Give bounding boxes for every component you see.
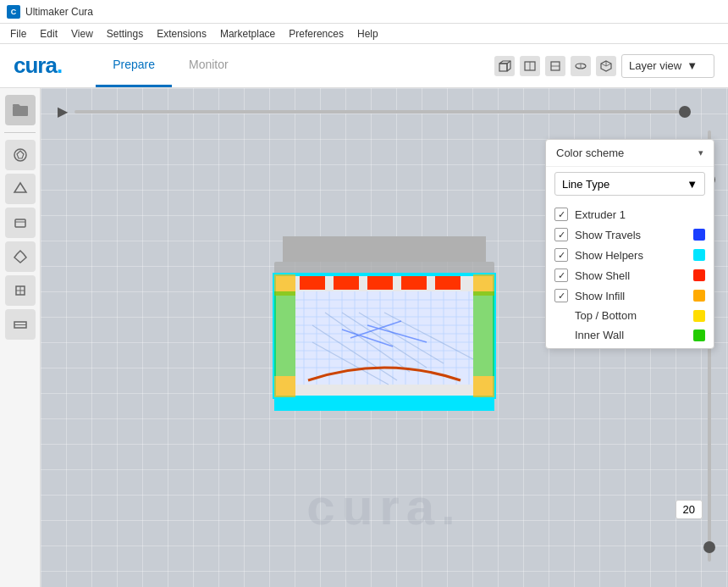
header-right: Layer view ▼ [494, 54, 714, 78]
sidebar-btn-shape6[interactable] [5, 309, 36, 340]
svg-rect-0 [499, 64, 507, 71]
view-icon-cube[interactable] [494, 56, 515, 76]
svg-marker-19 [14, 251, 26, 263]
svg-rect-14 [13, 106, 28, 116]
checkbox-helpers[interactable] [554, 248, 568, 262]
menu-item-help[interactable]: Help [350, 26, 385, 42]
layer-number-box: 20 [676, 500, 703, 519]
color-innerwall [693, 329, 705, 341]
checkbox-shell[interactable] [554, 269, 568, 282]
menu-item-preferences[interactable]: Preferences [282, 26, 350, 42]
sidebar-btn-shape3[interactable] [5, 208, 36, 238]
logo: cura. [14, 53, 62, 79]
dropdown-item-travels[interactable]: Show Travels [546, 224, 714, 245]
svg-rect-26 [283, 236, 486, 262]
horizontal-slider-thumb[interactable] [679, 106, 691, 118]
svg-rect-63 [435, 274, 461, 290]
svg-rect-70 [473, 291, 494, 376]
dropdown-items: Extruder 1 Show Travels Show Helpers [546, 201, 714, 348]
tabs: Prepare Monitor [96, 44, 245, 87]
sidebar-btn-folder[interactable] [5, 95, 36, 125]
view-icon-iso[interactable] [596, 56, 616, 76]
3d-model [257, 211, 511, 431]
sidebar-sep1 [4, 132, 36, 133]
view-icon-top[interactable] [571, 56, 591, 76]
color-infill [693, 290, 705, 302]
sidebar [0, 88, 41, 587]
viewport: cura. [41, 88, 728, 587]
sidebar-btn-shape1[interactable] [5, 140, 36, 170]
menubar: FileEditViewSettingsExtensionsMarketplac… [0, 24, 728, 44]
view-select[interactable]: Layer view ▼ [621, 54, 714, 78]
color-helpers [693, 249, 705, 261]
color-scheme-arrow[interactable]: ▾ [698, 147, 703, 158]
svg-rect-17 [15, 219, 25, 227]
checkbox-travels[interactable] [554, 228, 568, 241]
horizontal-slider-track[interactable] [74, 110, 691, 114]
sidebar-btn-shape5[interactable] [5, 275, 36, 306]
dropdown-item-topbottom: Top / Bottom [546, 306, 714, 325]
svg-rect-61 [367, 274, 393, 290]
svg-rect-60 [334, 274, 359, 290]
app-title: Ultimaker Cura [25, 6, 93, 18]
tab-prepare[interactable]: Prepare [96, 44, 172, 87]
svg-rect-69 [274, 291, 295, 376]
header: cura. Prepare Monitor Layer view ▼ [0, 44, 728, 88]
svg-rect-67 [274, 376, 295, 397]
sidebar-btn-shape2[interactable] [5, 174, 36, 204]
play-button[interactable]: ▶ [58, 103, 68, 119]
color-scheme-panel: Color scheme ▾ Line Type ▼ Extruder 1 Sh… [545, 139, 714, 349]
color-shell [693, 269, 705, 281]
menu-item-marketplace[interactable]: Marketplace [213, 26, 282, 42]
svg-rect-62 [401, 274, 427, 290]
svg-rect-68 [473, 376, 494, 397]
checkbox-extruder1[interactable] [554, 208, 568, 221]
checkbox-infill[interactable] [554, 289, 568, 302]
color-scheme-header: Color scheme ▾ [546, 140, 714, 167]
tab-monitor[interactable]: Monitor [172, 44, 245, 87]
line-type-select[interactable]: Line Type ▼ [554, 172, 705, 196]
dropdown-item-infill[interactable]: Show Infill [546, 285, 714, 306]
titlebar: C Ultimaker Cura [0, 0, 728, 24]
dropdown-item-innerwall: Inner Wall [546, 325, 714, 345]
app-icon: C [7, 5, 20, 19]
color-scheme-label: Color scheme [556, 147, 624, 159]
menu-item-extensions[interactable]: Extensions [150, 26, 213, 42]
vertical-slider-thumb-bottom[interactable] [703, 541, 715, 553]
svg-line-13 [601, 64, 606, 66]
dropdown-item-shell[interactable]: Show Shell [546, 265, 714, 285]
svg-rect-29 [295, 291, 473, 385]
color-travels [693, 229, 705, 241]
dropdown-item-helpers[interactable]: Show Helpers [546, 245, 714, 265]
menu-item-file[interactable]: File [3, 26, 33, 42]
menu-item-view[interactable]: View [64, 26, 100, 42]
horizontal-slider-row: ▶ [58, 103, 691, 119]
view-icon-front[interactable] [520, 56, 540, 76]
view-icon-side[interactable] [545, 56, 565, 76]
color-topbottom [693, 310, 705, 322]
dropdown-item-extruder1[interactable]: Extruder 1 [546, 204, 714, 224]
main: cura. [0, 88, 728, 587]
menu-item-edit[interactable]: Edit [33, 26, 64, 42]
svg-rect-59 [300, 274, 325, 290]
sidebar-btn-shape4[interactable] [5, 241, 36, 272]
svg-line-12 [606, 64, 611, 66]
svg-marker-16 [14, 183, 26, 192]
menu-item-settings[interactable]: Settings [100, 26, 150, 42]
